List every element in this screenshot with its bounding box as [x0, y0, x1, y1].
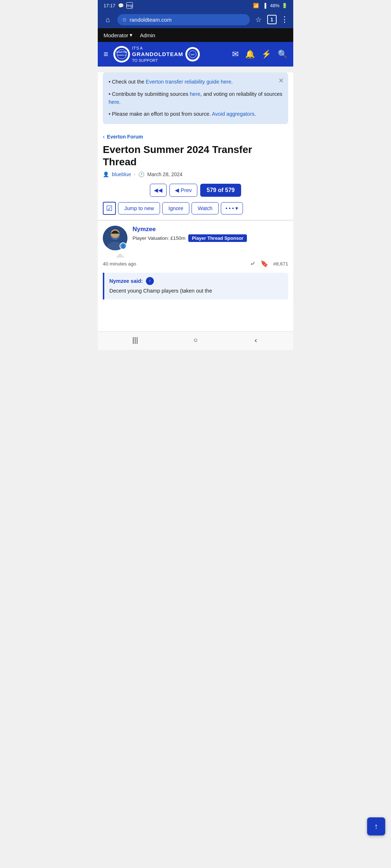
svg-point-12 [116, 232, 118, 234]
back-icon: ‹ [255, 336, 257, 344]
search-icon[interactable]: 🔍 [278, 50, 287, 59]
status-bar: 17:17 💬 ring 📶 ▐ 48% 🔋 [98, 0, 293, 11]
ignore-button[interactable]: Ignore [162, 202, 189, 214]
quote-link-icon[interactable]: ↑ [146, 277, 154, 285]
header-icons: ✉ 🔔 ⚡ 🔍 [232, 50, 287, 59]
site-logo[interactable]: EVERTON GRANDOLD IT'S A GRANDOLDTEAM TO … [113, 46, 227, 63]
android-nav-bar: ||| ○ ‹ [98, 331, 293, 350]
prev-page-button[interactable]: ◀ Prev [169, 184, 197, 197]
home-button[interactable]: ⌂ [102, 14, 114, 25]
notice-line2-post: . [119, 99, 121, 105]
home-nav-button[interactable]: ○ [188, 336, 203, 344]
url-text: randoldteam.com [130, 17, 172, 23]
bookmark-post-icon[interactable]: 🔖 [260, 260, 268, 268]
url-bar[interactable]: ⊙ randoldteam.com [117, 14, 250, 25]
notice-link-reliability[interactable]: Everton transfer reliability guide here [146, 79, 231, 85]
select-checkbox[interactable]: ☑ [103, 202, 116, 215]
dropdown-icon: ▾ [130, 32, 133, 38]
more-icon: • • • [226, 205, 234, 211]
sponsor-badge: Player Thread Sponsor [188, 234, 247, 242]
battery-level: 48% [270, 3, 279, 8]
status-right: 📶 ▐ 48% 🔋 [253, 2, 287, 9]
notice-line3: • Please make an effort to post from sou… [109, 110, 282, 118]
watch-button[interactable]: Watch [192, 202, 219, 214]
breadcrumb: ‹ Everton Forum [98, 130, 293, 141]
logo-emblem-left: EVERTON GRANDOLD [113, 46, 130, 63]
moderator-dropdown[interactable]: Moderator ▾ [104, 32, 133, 38]
bell-icon[interactable]: 🔔 [245, 50, 255, 59]
tab-count: 1 [270, 17, 273, 22]
thread-author[interactable]: blueblue [112, 171, 131, 177]
svg-text:EVERTON: EVERTON [116, 51, 127, 53]
online-indicator: 👤 [119, 242, 127, 250]
notice-close-button[interactable]: ✕ [278, 76, 284, 86]
post-user-row: 👤 Nymzee Player Valuation: £150m Player … [98, 220, 293, 253]
browser-bar: ⌂ ⊙ randoldteam.com ☆ 1 ⋮ [98, 11, 293, 28]
admin-bar: Moderator ▾ Admin [98, 28, 293, 42]
quote-author-row: Nymzee said: ↑ [109, 277, 283, 285]
breadcrumb-link[interactable]: Everton Forum [107, 134, 143, 140]
clock-icon: 🕐 [138, 171, 144, 177]
signal-icon: ▐ [261, 2, 268, 9]
more-dropdown-icon: ▾ [235, 205, 238, 211]
avatar-wrap: 👤 [103, 226, 127, 250]
actions-row: ☑ Jump to new Ignore Watch • • • ▾ [98, 199, 293, 220]
notice-line3-pre: • Please make an effort to post from sou… [109, 111, 212, 117]
logo-line1: IT'S A [132, 46, 183, 51]
recent-apps-button[interactable]: ||| [128, 336, 142, 344]
ring-icon: ring [126, 2, 133, 9]
quote-block: Nymzee said: ↑ Decent young Champ player… [103, 273, 288, 299]
notice-box: ✕ • Check out the Everton transfer relia… [103, 72, 288, 124]
post-number: #8,671 [273, 261, 288, 267]
notice-link-sources[interactable]: here [190, 91, 200, 97]
post-username[interactable]: Nymzee [133, 226, 288, 233]
whatsapp-icon: 💬 [118, 2, 124, 9]
hamburger-menu[interactable]: ≡ [104, 50, 108, 59]
admin-label: Admin [140, 32, 155, 38]
notice-link-vote[interactable]: here [109, 99, 119, 105]
notice-line2: • Contribute by submitting sources here,… [109, 90, 282, 106]
notice-line1-pre: • Check out the [109, 79, 146, 85]
recent-icon: ||| [133, 336, 138, 344]
notice-line1: • Check out the Everton transfer reliabi… [109, 78, 282, 86]
notice-line3-post: . [255, 111, 256, 117]
first-page-button[interactable]: ◀◀ [150, 184, 167, 197]
flash-icon[interactable]: ⚡ [261, 50, 271, 59]
logo-line2: TO SUPPORT [132, 58, 183, 63]
more-actions-button[interactable]: • • • ▾ [221, 202, 243, 214]
back-nav-button[interactable]: ‹ [249, 336, 263, 344]
battery-icon: 🔋 [282, 3, 287, 8]
share-icon[interactable]: ⤶ [250, 260, 255, 268]
site-header: ≡ EVERTON GRANDOLD IT'S A GRANDOLDTEAM T… [98, 42, 293, 67]
security-icon: ⊙ [122, 17, 127, 22]
breadcrumb-arrow: ‹ [103, 133, 105, 140]
logo-brand: GRANDOLDTEAM [132, 51, 183, 57]
thread-date: March 28, 2024 [147, 171, 182, 177]
jump-to-new-button[interactable]: Jump to new [118, 202, 160, 214]
logo-text: IT'S A GRANDOLDTEAM TO SUPPORT [132, 46, 183, 63]
home-nav-icon: ○ [193, 336, 198, 344]
check-icon: ☑ [106, 204, 113, 213]
online-icon: 👤 [121, 244, 125, 248]
current-page-indicator[interactable]: 579 of 579 [200, 184, 241, 197]
bookmark-button[interactable]: ☆ [253, 15, 264, 24]
post-meta-row: 40 minutes ago ⤶ 🔖 #8,671 [98, 258, 293, 270]
thread-title: Everton Summer 2024 Transfer Thread [98, 141, 293, 169]
svg-text:GOT: GOT [191, 54, 195, 56]
svg-point-11 [113, 232, 114, 234]
pagination: ◀◀ ◀ Prev 579 of 579 [98, 182, 293, 199]
status-left: 17:17 💬 ring [104, 2, 133, 9]
post-meta-right: ⤶ 🔖 #8,671 [250, 260, 288, 268]
meta-dot: · [134, 171, 135, 177]
mail-icon[interactable]: ✉ [232, 50, 239, 59]
tab-switcher[interactable]: 1 [267, 15, 277, 24]
browser-menu-button[interactable]: ⋮ [280, 15, 289, 24]
logo-emblem-right: GOT [185, 47, 200, 61]
moderator-label: Moderator [104, 32, 128, 38]
thread-meta: 👤 blueblue · 🕐 March 28, 2024 [98, 169, 293, 182]
post-user-info: Nymzee Player Valuation: £150m Player Th… [133, 226, 288, 242]
quote-text: Decent young Champ players (taken out th… [109, 287, 283, 295]
main-content: ✕ • Check out the Everton transfer relia… [98, 72, 293, 331]
notice-link-aggregators[interactable]: Avoid aggregators [212, 111, 254, 117]
svg-text:GRANDOLD: GRANDOLD [117, 54, 126, 56]
